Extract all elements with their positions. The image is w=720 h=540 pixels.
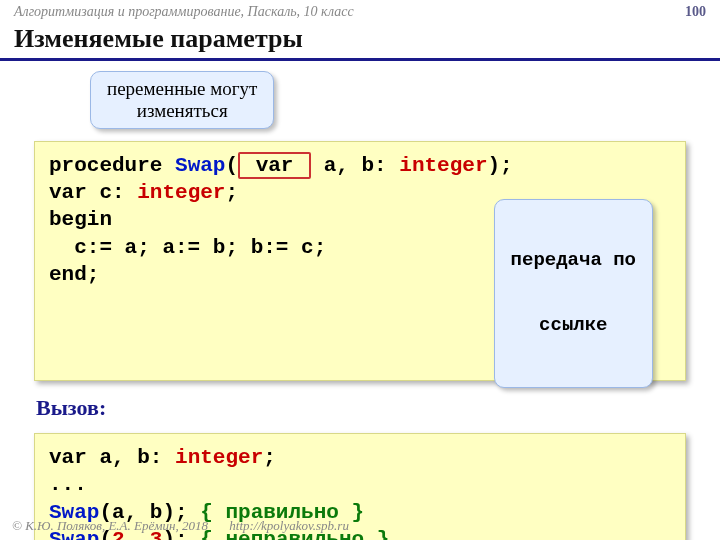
footer-url: http://kpolyakov.spb.ru	[229, 518, 349, 533]
callout-line: передача по	[511, 250, 636, 272]
t: var c:	[49, 181, 137, 204]
kw: procedure	[49, 154, 175, 177]
page-number: 100	[685, 4, 706, 20]
t: a, b:	[311, 154, 399, 177]
copyright: © К.Ю. Поляков, Е.А. Ерёмин, 2018	[12, 518, 208, 533]
callout-by-ref-wrap: передача по ссылке	[418, 172, 653, 415]
type: integer	[137, 181, 225, 204]
page-title: Изменяемые параметры	[0, 22, 720, 61]
t: (	[225, 154, 238, 177]
t: ;	[263, 446, 276, 469]
t: ;	[225, 181, 238, 204]
callout-vars-change: переменные могут изменяться	[90, 71, 274, 129]
header-strip: Алгоритмизация и программирование, Паска…	[0, 0, 720, 22]
type: integer	[175, 446, 263, 469]
footer: © К.Ю. Поляков, Е.А. Ерёмин, 2018 http:/…	[12, 518, 349, 534]
content-area: переменные могут изменяться procedure Sw…	[0, 61, 720, 540]
code-procedure: procedure Swap( var a, b: integer);var c…	[34, 141, 686, 381]
callout-line: ссылке	[511, 315, 636, 337]
callout-line: переменные могут	[107, 78, 257, 100]
t: var a, b:	[49, 446, 175, 469]
t: ...	[49, 471, 671, 498]
callout-line: изменяться	[107, 100, 257, 122]
course-label: Алгоритмизация и программирование, Паска…	[14, 4, 354, 20]
proc-name: Swap	[175, 154, 225, 177]
var-keyword-box: var	[238, 152, 311, 179]
callout-by-ref: передача по ссылке	[494, 199, 653, 388]
